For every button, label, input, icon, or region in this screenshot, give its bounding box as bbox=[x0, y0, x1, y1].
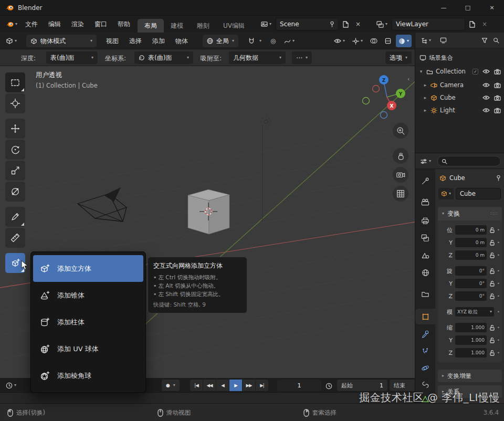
properties-tab-tool[interactable] bbox=[415, 173, 435, 189]
workspace-tab-layout[interactable]: 布局 bbox=[138, 19, 164, 33]
previous-keyframe-button[interactable]: ◀◀ bbox=[203, 380, 216, 391]
menu-view[interactable]: 视图 bbox=[101, 33, 124, 49]
properties-tab-object[interactable] bbox=[415, 309, 435, 324]
outliner-filter-button[interactable] bbox=[479, 34, 490, 47]
rotation-x-field[interactable]: 0° bbox=[455, 266, 487, 276]
properties-tab-physics[interactable] bbox=[415, 360, 435, 376]
object-browse-button[interactable]: ▾ bbox=[438, 188, 454, 199]
gizmo-axis-z-neg[interactable] bbox=[381, 112, 387, 119]
properties-tab-scene[interactable] bbox=[415, 247, 435, 263]
more-options-button[interactable]: ⋯ ▾ bbox=[292, 51, 312, 64]
eye-icon[interactable] bbox=[482, 95, 490, 100]
snap-to-dropdown[interactable]: 几何数据 ▾ bbox=[229, 51, 286, 64]
lock-icon[interactable] bbox=[490, 281, 495, 287]
menu-edit[interactable]: 编辑 bbox=[43, 16, 66, 33]
eye-icon[interactable] bbox=[482, 82, 490, 88]
gizmo-axis-x[interactable]: X bbox=[387, 101, 396, 110]
properties-search-input[interactable] bbox=[437, 156, 501, 166]
maximize-button[interactable]: □ bbox=[456, 0, 480, 16]
lock-icon[interactable] bbox=[490, 227, 495, 233]
timeline-editor-button[interactable]: ▾ bbox=[3, 379, 19, 392]
collection-row[interactable]: ▾ Collection ✓ bbox=[415, 65, 504, 78]
object-name-field[interactable]: Cube bbox=[456, 188, 501, 199]
scene-name-field[interactable]: Scene bbox=[276, 18, 339, 30]
delta-transform-panel[interactable]: ▸ 变换增量 bbox=[438, 370, 502, 382]
viewlayer-remove-button[interactable]: × bbox=[479, 18, 490, 30]
properties-tab-world[interactable] bbox=[415, 265, 435, 280]
jump-to-start-button[interactable]: |◀ bbox=[190, 380, 203, 391]
scene-unlink-button[interactable]: × bbox=[353, 18, 363, 30]
rotation-z-field[interactable]: 0° bbox=[455, 291, 487, 301]
menu-item-add-cube[interactable]: 添加立方体 bbox=[33, 255, 143, 282]
menu-render[interactable]: 渲染 bbox=[66, 16, 89, 33]
current-frame-field[interactable]: 1 bbox=[277, 380, 321, 391]
menu-file[interactable]: 文件 bbox=[20, 16, 43, 33]
tool-rotate[interactable] bbox=[5, 140, 25, 160]
proportional-falloff-dropdown[interactable]: ▾ bbox=[281, 35, 297, 47]
scene-collection-row[interactable]: 场景集合 bbox=[415, 51, 504, 64]
outliner-search-button[interactable] bbox=[490, 34, 502, 47]
viewlayer-browse-button[interactable]: ▾ bbox=[374, 18, 390, 30]
auto-keying-button[interactable]: ● ▾ bbox=[162, 380, 180, 391]
tool-move[interactable] bbox=[5, 119, 25, 139]
preview-range-toggle[interactable] bbox=[324, 380, 333, 392]
tool-transform[interactable] bbox=[5, 182, 25, 202]
editor-type-button[interactable]: ▾ bbox=[3, 35, 19, 47]
shading-solid-button[interactable]: ▾ bbox=[396, 35, 412, 47]
properties-tab-collection[interactable] bbox=[415, 286, 435, 302]
menu-window[interactable]: 窗口 bbox=[89, 16, 112, 33]
outliner-row-cube[interactable]: ▸ Cube bbox=[415, 91, 504, 104]
viewlayer-new-button[interactable] bbox=[467, 18, 478, 30]
properties-tab-view-layer[interactable] bbox=[415, 230, 435, 246]
scene-new-button[interactable] bbox=[340, 18, 351, 30]
play-reverse-button[interactable]: ◀ bbox=[216, 380, 229, 391]
tool-measure[interactable] bbox=[5, 228, 25, 248]
gizmos-dropdown[interactable]: ▾ bbox=[350, 35, 365, 47]
transform-orientation-dropdown[interactable]: 全局 ▾ bbox=[203, 35, 238, 47]
close-button[interactable]: × bbox=[480, 0, 504, 16]
workspace-tab-sculpting[interactable]: 雕刻 bbox=[190, 19, 216, 33]
pan-button[interactable] bbox=[393, 148, 408, 164]
gizmo-axis-y-neg[interactable] bbox=[363, 98, 370, 104]
properties-tab-modifiers[interactable] bbox=[415, 326, 435, 342]
frame-end-field[interactable]: 结束 bbox=[390, 380, 415, 391]
collection-exclude-checkbox[interactable]: ✓ bbox=[472, 69, 478, 75]
render-camera-icon[interactable] bbox=[494, 69, 501, 75]
menu-item-add-ico-sphere[interactable]: 添加棱角球 bbox=[33, 362, 143, 389]
blender-app-menu-button[interactable]: ▾ bbox=[3, 18, 20, 30]
sidebar-toggle[interactable]: ‹ bbox=[407, 76, 410, 82]
properties-tab-particles[interactable] bbox=[415, 343, 435, 359]
tool-cursor[interactable] bbox=[5, 93, 25, 113]
lock-icon[interactable] bbox=[490, 325, 495, 331]
proportional-editing-toggle[interactable]: ◎ bbox=[268, 35, 278, 47]
rotation-y-field[interactable]: 0° bbox=[455, 279, 487, 288]
ortho-toggle-button[interactable] bbox=[393, 186, 408, 202]
lock-icon[interactable] bbox=[490, 252, 495, 258]
options-dropdown[interactable]: 选项 ▾ bbox=[385, 51, 412, 64]
camera-view-button[interactable] bbox=[393, 167, 408, 183]
outliner-editor-button[interactable]: ▾ bbox=[418, 34, 434, 47]
menu-object[interactable]: 物体 bbox=[170, 33, 193, 49]
scale-x-field[interactable]: 1.000 bbox=[455, 323, 487, 332]
visibility-dropdown[interactable]: ▾ bbox=[331, 35, 348, 47]
gizmo-axis-x-neg[interactable] bbox=[373, 86, 380, 92]
menu-add[interactable]: 添加 bbox=[147, 33, 170, 49]
pin-icon[interactable] bbox=[330, 21, 334, 27]
outliner-row-camera[interactable]: ▸ Camera bbox=[415, 79, 504, 91]
scene-browse-button[interactable]: ▾ bbox=[258, 18, 274, 30]
scale-z-field[interactable]: 1.000 bbox=[455, 348, 487, 357]
menu-item-add-cone[interactable]: 添加锥体 bbox=[33, 282, 143, 309]
menu-select[interactable]: 选择 bbox=[124, 33, 147, 49]
tool-box-select[interactable] bbox=[5, 72, 25, 92]
snap-toggle-button[interactable] bbox=[246, 35, 257, 47]
scale-y-field[interactable]: 1.000 bbox=[455, 335, 487, 345]
depth-dropdown[interactable]: 表(曲)面 ▾ bbox=[46, 51, 98, 64]
properties-tab-output[interactable] bbox=[415, 213, 435, 228]
menu-item-add-uv-sphere[interactable]: 添加 UV 球体 bbox=[33, 335, 143, 362]
frame-start-field[interactable]: 起始 1 bbox=[337, 380, 387, 391]
render-camera-icon[interactable] bbox=[494, 95, 501, 101]
tool-annotate[interactable] bbox=[5, 207, 25, 227]
properties-tab-render[interactable] bbox=[415, 194, 435, 210]
lock-icon[interactable] bbox=[490, 350, 495, 356]
location-z-field[interactable]: 0 m bbox=[455, 250, 487, 260]
